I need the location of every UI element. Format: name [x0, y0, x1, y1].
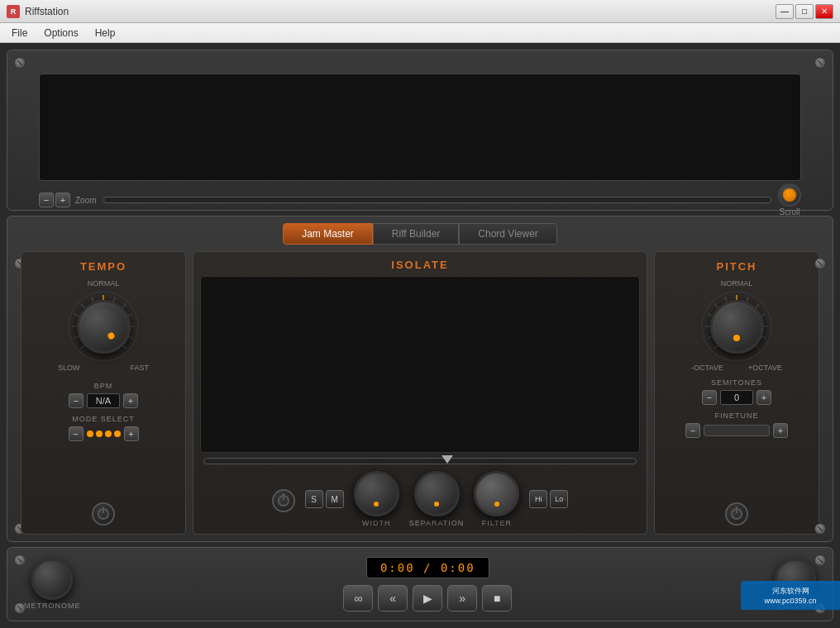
minimize-button[interactable]: —	[776, 4, 794, 19]
pitch-octave-plus-label: +OCTAVE	[748, 364, 782, 372]
watermark-line1: 河东软件网	[772, 586, 809, 597]
window-controls: — □ ✕	[776, 4, 833, 19]
m-button[interactable]: M	[326, 490, 344, 508]
menu-file[interactable]: File	[3, 26, 36, 40]
tempo-knob-labels: SLOW FAST	[58, 364, 149, 372]
isolate-power-icon	[278, 495, 289, 507]
bpm-display: N/A	[87, 393, 120, 408]
mode-dot-3	[105, 431, 112, 437]
s-button[interactable]: S	[305, 490, 323, 508]
transport-screw-tl	[14, 554, 26, 566]
app-icon: R	[7, 5, 20, 18]
mode-minus-button[interactable]: −	[69, 426, 84, 441]
width-label: WIDTH	[362, 519, 391, 527]
tempo-knob-wrapper	[66, 289, 141, 364]
filter-knob[interactable]	[474, 471, 519, 516]
pitch-knob-labels: -OCTAVE +OCTAVE	[691, 364, 782, 372]
isolate-section: ISOLATE	[193, 251, 647, 535]
lo-button[interactable]: Lo	[550, 490, 568, 508]
menu-options[interactable]: Options	[36, 26, 86, 40]
mode-dot-2	[96, 431, 103, 437]
tempo-fast-label: FAST	[130, 364, 149, 372]
bpm-label: BPM	[94, 382, 113, 390]
scroll-button-inner	[783, 188, 796, 202]
middle-content: TEMPO NORMAL	[7, 245, 833, 541]
title-bar: R Riffstation — □ ✕	[0, 0, 840, 23]
sm-buttons: S M	[305, 490, 344, 508]
isolate-display	[200, 276, 640, 453]
rewind-button[interactable]: «	[378, 585, 408, 611]
close-button[interactable]: ✕	[815, 4, 833, 19]
middle-panel: Jam Master Riff Builder Chord Viewer TEM…	[7, 216, 833, 542]
finetune-section: FINETUNE − +	[663, 412, 810, 438]
tempo-normal-label: NORMAL	[88, 279, 120, 288]
tempo-power-button[interactable]	[92, 502, 115, 526]
pitch-knob[interactable]	[710, 300, 764, 354]
scroll-button[interactable]	[778, 183, 801, 207]
tab-jam-master[interactable]: Jam Master	[283, 223, 373, 245]
semitones-display: 0	[720, 390, 753, 405]
zoom-plus-button[interactable]: +	[55, 193, 70, 207]
mode-dot-4	[114, 431, 121, 437]
waveform-panel: − + Zoom Scroll	[7, 50, 833, 211]
stop-button[interactable]: ■	[482, 585, 512, 611]
tempo-knob-dot	[107, 331, 116, 340]
pitch-power-button[interactable]	[725, 502, 748, 526]
pitch-section: PITCH NORMAL	[654, 251, 819, 535]
tempo-slow-label: SLOW	[58, 364, 80, 372]
tempo-knob[interactable]	[77, 300, 131, 354]
screw-bl	[14, 57, 26, 69]
scroll-group: Scroll	[778, 183, 801, 216]
metronome-label: METRONOME	[24, 602, 81, 610]
zoom-label: Zoom	[75, 196, 97, 205]
finetune-minus-button[interactable]: −	[685, 423, 700, 438]
menu-help[interactable]: Help	[87, 26, 124, 40]
pitch-knob-dot	[733, 335, 740, 341]
menu-bar: File Options Help	[0, 23, 840, 43]
hi-lo-buttons: Hi Lo	[529, 490, 568, 508]
semitones-label: SEMITONES	[711, 378, 762, 387]
isolate-slider[interactable]	[203, 458, 637, 464]
finetune-slider[interactable]	[704, 425, 770, 436]
loop-button[interactable]: ∞	[343, 585, 373, 611]
fast-forward-button[interactable]: »	[447, 585, 477, 611]
width-knob-dot	[374, 502, 379, 507]
watermark: 河东软件网 www.pc0359.cn	[741, 581, 840, 610]
isolate-title: ISOLATE	[391, 259, 448, 271]
tempo-section: TEMPO NORMAL	[21, 251, 186, 535]
waveform-scroll-slider[interactable]	[103, 197, 771, 203]
pitch-knob-wrapper	[699, 289, 774, 364]
bpm-plus-button[interactable]: +	[123, 393, 138, 408]
isolate-power-button[interactable]	[272, 489, 295, 512]
isolate-slider-row	[200, 458, 640, 464]
screw-mr-b	[814, 523, 826, 535]
tempo-power-icon	[98, 508, 109, 520]
window-title: Riffstation	[25, 6, 776, 17]
maximize-button[interactable]: □	[795, 4, 814, 19]
tempo-title: TEMPO	[80, 260, 126, 273]
semitones-plus-button[interactable]: +	[756, 390, 771, 405]
hi-button[interactable]: Hi	[529, 490, 547, 508]
app-body: − + Zoom Scroll Jam Maste	[0, 43, 840, 628]
mode-section: MODE SELECT − +	[69, 415, 139, 441]
semitones-minus-button[interactable]: −	[702, 390, 717, 405]
mode-plus-button[interactable]: +	[124, 426, 139, 441]
width-knob-group: WIDTH	[354, 471, 399, 527]
pitch-title: PITCH	[717, 260, 757, 273]
zoom-minus-button[interactable]: −	[39, 193, 54, 207]
transport-screw-bl	[14, 602, 26, 614]
separation-knob[interactable]	[414, 471, 460, 516]
isolate-knobs-row: S M WIDTH	[200, 471, 640, 527]
watermark-line2: www.pc0359.cn	[764, 597, 816, 605]
separation-label: SEPARATION	[409, 519, 465, 527]
semitones-control: − 0 +	[702, 390, 771, 405]
metronome-knob[interactable]	[31, 559, 73, 600]
tabs-row: Jam Master Riff Builder Chord Viewer	[7, 216, 833, 245]
bpm-minus-button[interactable]: −	[69, 393, 84, 408]
play-button[interactable]: ▶	[413, 585, 442, 611]
tab-riff-builder[interactable]: Riff Builder	[373, 223, 459, 245]
tab-chord-viewer[interactable]: Chord Viewer	[459, 223, 556, 245]
screw-mr-t	[814, 258, 826, 269]
finetune-plus-button[interactable]: +	[773, 423, 788, 438]
width-knob[interactable]	[354, 471, 399, 516]
